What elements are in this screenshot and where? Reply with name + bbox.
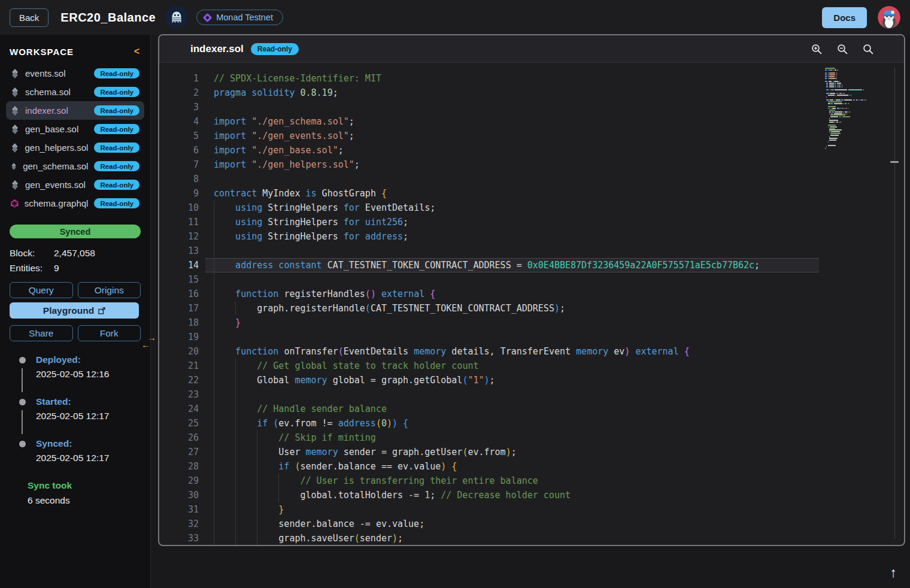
sidebar-item-gen_schema.sol[interactable]: gen_schema.solRead-only: [6, 157, 144, 175]
sidebar-item-schema.graphql[interactable]: schema.graphqlRead-only: [6, 194, 144, 213]
network-badge[interactable]: Monad Testnet: [196, 10, 283, 25]
code-line: 28if (sender.balance == ev.value) {: [159, 459, 904, 474]
ghost-logo-icon: [165, 6, 188, 29]
line-number: 19: [159, 330, 199, 344]
sidebar-item-schema.sol[interactable]: schema.solRead-only: [6, 83, 144, 101]
fork-button[interactable]: Fork: [78, 325, 141, 341]
minimap[interactable]: [825, 68, 891, 150]
line-number: 16: [159, 287, 199, 301]
timeline-event: Started:2025-02-05 12:17: [0, 396, 150, 438]
line-number: 31: [159, 502, 199, 517]
code-line: 16function registerHandles() external {: [159, 287, 904, 301]
scroll-top-icon[interactable]: ↑: [890, 566, 897, 580]
code-line: 1// SPDX-License-Identifier: MIT: [159, 71, 904, 86]
code-line: 26// Skip if minting: [159, 431, 904, 445]
readonly-badge: Read-only: [94, 87, 139, 97]
solidity-file-icon: [11, 180, 19, 190]
line-number: 32: [159, 517, 199, 531]
code-line: 9contract MyIndex is GhostGraph {: [159, 186, 904, 201]
code-line: 11using StringHelpers for uint256;: [159, 215, 904, 229]
editor-filename: indexer.sol: [190, 43, 244, 55]
code-line: 25if (ev.from != address(0)) {: [159, 416, 904, 431]
readonly-badge: Read-only: [94, 68, 139, 78]
sidebar-item-gen_events.sol[interactable]: gen_events.solRead-only: [6, 175, 144, 194]
docs-button[interactable]: Docs: [822, 7, 867, 28]
main-area: →← indexer.sol Read-only: [151, 35, 910, 588]
line-number: 13: [159, 244, 199, 258]
solidity-file-icon: [11, 106, 19, 116]
timeline-event: Deployed:2025-02-05 12:16: [0, 354, 150, 396]
sync-status-badge: Synced: [10, 225, 141, 238]
timeline-label: Synced:: [36, 438, 150, 449]
solidity-file-icon: [11, 143, 19, 153]
collapse-chevron-icon[interactable]: <: [134, 46, 139, 57]
line-number: 29: [159, 474, 199, 488]
line-number: 7: [159, 157, 199, 172]
monad-diamond-icon: [203, 13, 213, 22]
line-number: 24: [159, 402, 199, 416]
file-name: gen_events.sol: [25, 180, 86, 190]
file-name: schema.graphql: [25, 198, 89, 208]
code-editor[interactable]: 1// SPDX-License-Identifier: MIT2pragma …: [159, 63, 904, 545]
line-number: 3: [159, 100, 199, 114]
line-number: 10: [159, 201, 199, 215]
line-number: 1: [159, 71, 199, 86]
playground-button[interactable]: Playground: [10, 302, 139, 319]
sidebar-item-indexer.sol[interactable]: indexer.solRead-only: [6, 101, 144, 120]
code-line: 14address constant CAT_TESTNET_TOKEN_CON…: [159, 258, 904, 272]
query-button[interactable]: Query: [10, 282, 73, 298]
code-line: 4import "./gen_schema.sol";: [159, 114, 904, 129]
line-number: 30: [159, 488, 199, 502]
external-link-icon: [98, 307, 105, 314]
editor-header: indexer.sol Read-only: [159, 35, 904, 63]
file-list: events.solRead-onlyschema.solRead-onlyin…: [0, 63, 150, 214]
timeline-date: 2025-02-05 12:17: [36, 453, 150, 463]
avatar[interactable]: [878, 6, 900, 29]
file-name: gen_helpers.sol: [25, 143, 88, 153]
share-button[interactable]: Share: [10, 325, 73, 341]
readonly-badge: Read-only: [94, 124, 139, 134]
zoom-in-icon[interactable]: [811, 44, 823, 55]
readonly-badge: Read-only: [94, 161, 139, 171]
scrollbar-thumb[interactable]: [890, 161, 899, 163]
network-label: Monad Testnet: [216, 13, 273, 22]
readonly-badge: Read-only: [94, 143, 139, 153]
line-number: 28: [159, 459, 199, 474]
sidebar-item-gen_helpers.sol[interactable]: gen_helpers.solRead-only: [6, 138, 144, 157]
origins-button[interactable]: Origins: [78, 282, 141, 298]
line-number: 2: [159, 86, 199, 100]
file-name: events.sol: [25, 68, 66, 78]
code-line: 20function onTransfer(EventDetails memor…: [159, 344, 904, 359]
timeline-dot-icon: [19, 441, 26, 447]
zoom-out-icon[interactable]: [837, 44, 848, 55]
code-line: 22Global memory global = graph.getGlobal…: [159, 373, 904, 387]
code-line: 29// User is transferring their entire b…: [159, 474, 904, 488]
code-line: 30global.totalHolders -= 1; // Decrease …: [159, 488, 904, 502]
entities-value: 9: [54, 263, 59, 274]
code-line: 15: [159, 272, 904, 287]
readonly-badge: Read-only: [94, 105, 139, 116]
line-number: 6: [159, 143, 199, 157]
timeline-date: 2025-02-05 12:17: [36, 411, 150, 422]
timeline-label: Deployed:: [36, 354, 150, 365]
sidebar-item-gen_base.sol[interactable]: gen_base.solRead-only: [6, 120, 144, 138]
code-line: 10using StringHelpers for EventDetails;: [159, 201, 904, 215]
code-line: 12using StringHelpers for address;: [159, 229, 904, 244]
code-line: 31}: [159, 502, 904, 517]
back-button[interactable]: Back: [10, 8, 48, 27]
file-name: indexer.sol: [25, 105, 68, 116]
code-line: 7import "./gen_helpers.sol";: [159, 157, 904, 172]
sync-took-value: 6 seconds: [28, 495, 150, 506]
project-title: ERC20_Balance: [60, 11, 156, 25]
line-number: 11: [159, 215, 199, 229]
editor-panel: indexer.sol Read-only: [158, 34, 905, 546]
search-icon[interactable]: [863, 44, 874, 55]
panel-resize-handle-icon[interactable]: →←: [141, 334, 156, 348]
line-number: 17: [159, 301, 199, 316]
readonly-badge: Read-only: [94, 198, 139, 208]
sidebar-item-events.sol[interactable]: events.solRead-only: [6, 64, 144, 83]
code-line: 3: [159, 100, 904, 114]
line-number: 18: [159, 316, 199, 330]
timeline-event: Synced:2025-02-05 12:17: [0, 438, 150, 480]
deployment-timeline: Deployed:2025-02-05 12:16Started:2025-02…: [0, 354, 150, 480]
